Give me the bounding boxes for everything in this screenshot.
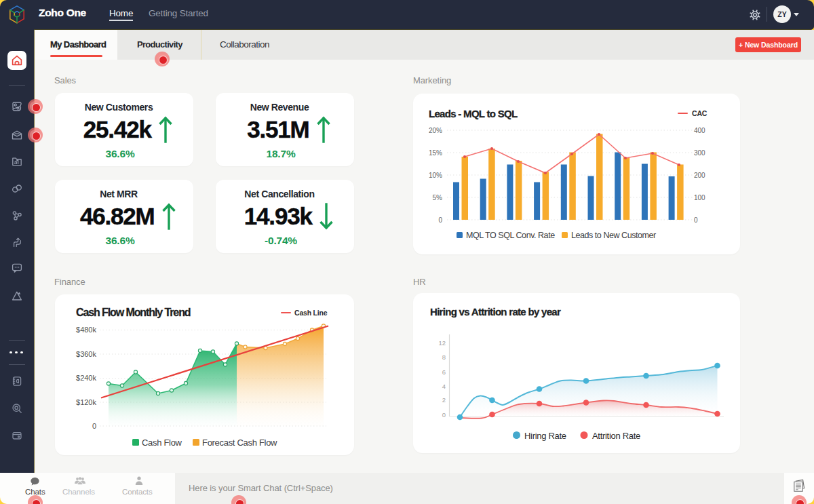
svg-text:100: 100: [694, 194, 705, 201]
svg-text:$120k: $120k: [76, 398, 96, 406]
svg-text:300: 300: [694, 149, 705, 157]
svg-text:15%: 15%: [429, 149, 442, 157]
svg-text:Forecast Cash Flow: Forecast Cash Flow: [202, 438, 277, 448]
svg-text:8: 8: [442, 353, 446, 361]
svg-text:400: 400: [694, 127, 705, 134]
svg-text:10%: 10%: [429, 172, 442, 179]
svg-text:Cash Flow: Cash Flow: [142, 438, 182, 448]
svg-text:$480k: $480k: [76, 326, 96, 334]
svg-text:6: 6: [442, 368, 446, 376]
svg-text:0: 0: [438, 216, 442, 224]
svg-text:Hiring Rate: Hiring Rate: [524, 431, 566, 441]
svg-text:0: 0: [92, 422, 96, 430]
svg-text:MQL TO SQL Conv. Rate: MQL TO SQL Conv. Rate: [466, 231, 555, 240]
svg-text:Attrition Rate: Attrition Rate: [592, 431, 640, 441]
svg-text:$240k: $240k: [76, 374, 96, 382]
svg-text:2: 2: [442, 396, 446, 404]
svg-text:20%: 20%: [429, 127, 442, 134]
svg-text:Leads to New Customer: Leads to New Customer: [571, 231, 656, 240]
svg-text:12: 12: [438, 339, 446, 347]
svg-text:$360k: $360k: [76, 350, 96, 358]
svg-text:4: 4: [442, 383, 446, 390]
svg-text:0: 0: [694, 216, 698, 224]
svg-text:200: 200: [694, 172, 705, 179]
svg-text:0: 0: [442, 411, 446, 419]
svg-text:5%: 5%: [433, 194, 443, 201]
